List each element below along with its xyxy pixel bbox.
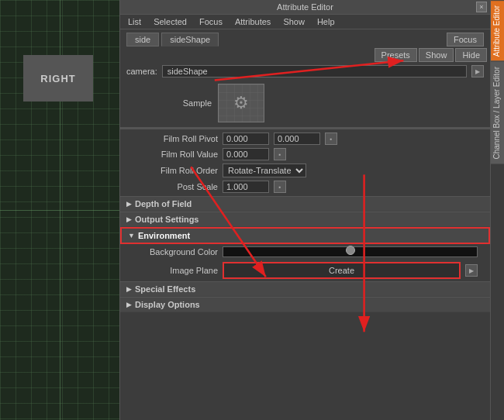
bg-color-label: Background Color (133, 247, 218, 256)
film-roll-order-row: Film Roll Order Rotate-Translate (120, 162, 490, 179)
camera-icon-btn[interactable]: ▶ (471, 65, 484, 77)
param-section: Film Roll Pivot ▪ Film Roll Value ▪ Film… (120, 129, 490, 196)
dof-title: Depth of Field (135, 199, 192, 208)
tabs-row: side sideShape Focus (120, 29, 490, 46)
env-title: Environment (138, 231, 190, 240)
output-title: Output Settings (135, 215, 199, 224)
depth-of-field-section[interactable]: ▶ Depth of Field (120, 196, 490, 212)
viewport-grid: RIGHT (0, 0, 119, 420)
sample-section: Sample ⚙ (120, 79, 490, 127)
presets-button[interactable]: Presets (375, 48, 417, 62)
menu-bar: List Selected Focus Attributes Show Help (120, 15, 490, 29)
environment-section[interactable]: ▼ Environment (120, 227, 490, 244)
camera-row: camera: sideShape ▶ (120, 64, 490, 79)
scroll-content: Film Roll Pivot ▪ Film Roll Value ▪ Film… (120, 127, 490, 420)
output-arrow-icon: ▶ (126, 215, 132, 223)
film-roll-value-row: Film Roll Value ▪ (120, 146, 490, 162)
image-plane-row: Image Plane Create ▶ (120, 260, 490, 281)
menu-help[interactable]: Help (316, 16, 337, 27)
sfx-arrow-icon: ▶ (126, 285, 132, 293)
film-roll-value-val1[interactable] (223, 148, 269, 160)
menu-focus[interactable]: Focus (198, 16, 224, 27)
title-text: Attribute Editor (277, 2, 333, 12)
attribute-editor: Attribute Editor × List Selected Focus A… (120, 0, 490, 420)
right-sidebar: Attribute Editor Channel Box / Layer Edi… (490, 0, 504, 420)
camera-value[interactable]: sideShape (162, 65, 467, 77)
sfx-title: Special Effects (135, 284, 195, 294)
bg-color-row: Background Color (120, 244, 490, 260)
image-plane-icon[interactable]: ▶ (465, 264, 478, 277)
sample-label: Sample (126, 98, 212, 108)
viewport-panel: RIGHT (0, 0, 120, 420)
env-arrow-icon: ▼ (128, 232, 135, 239)
film-roll-order-dropdown[interactable]: Rotate-Translate (223, 164, 306, 177)
film-roll-order-label: Film Roll Order (133, 166, 218, 175)
menu-attributes[interactable]: Attributes (233, 16, 272, 27)
display-options-section[interactable]: ▶ Display Options (120, 297, 490, 312)
camera-label: camera: (126, 67, 157, 76)
bg-color-slider[interactable] (346, 246, 355, 255)
focus-button[interactable]: Focus (447, 33, 484, 46)
gear-icon: ⚙ (233, 93, 249, 113)
sample-preview: ⚙ (218, 84, 264, 122)
image-plane-label: Image Plane (133, 266, 218, 275)
film-roll-pivot-label: Film Roll Pivot (133, 134, 218, 143)
post-scale-swatch[interactable]: ▪ (274, 181, 286, 193)
disp-title: Display Options (135, 300, 200, 309)
post-scale-label: Post Scale (133, 182, 218, 191)
post-scale-val[interactable] (223, 181, 269, 193)
film-roll-pivot-row: Film Roll Pivot ▪ (120, 131, 490, 146)
output-settings-section[interactable]: ▶ Output Settings (120, 212, 490, 227)
show-button[interactable]: Show (419, 48, 454, 62)
close-button[interactable]: × (476, 2, 487, 12)
dof-arrow-icon: ▶ (126, 200, 132, 208)
bg-color-bar[interactable] (223, 246, 478, 257)
film-roll-pivot-val1[interactable] (223, 133, 269, 145)
tab-side[interactable]: side (126, 33, 159, 46)
title-bar: Attribute Editor × (120, 0, 490, 15)
menu-show[interactable]: Show (281, 16, 306, 27)
create-button[interactable]: Create (223, 262, 461, 279)
menu-list[interactable]: List (126, 16, 143, 27)
menu-selected[interactable]: Selected (152, 16, 188, 27)
viewport-label: RIGHT (23, 55, 93, 102)
tab-sideshape[interactable]: sideShape (161, 33, 219, 46)
film-roll-value-swatch[interactable]: ▪ (274, 148, 286, 160)
hide-button[interactable]: Hide (455, 48, 487, 62)
disp-arrow-icon: ▶ (126, 301, 132, 308)
film-roll-pivot-val2[interactable] (274, 133, 320, 145)
sidebar-tab-channel-box[interactable]: Channel Box / Layer Editor (491, 61, 504, 164)
sidebar-tab-attr-editor[interactable]: Attribute Editor (491, 0, 504, 61)
film-roll-value-label: Film Roll Value (133, 150, 218, 159)
film-roll-pivot-swatch[interactable]: ▪ (325, 133, 337, 145)
post-scale-row: Post Scale ▪ (120, 179, 490, 195)
special-effects-section[interactable]: ▶ Special Effects (120, 281, 490, 297)
